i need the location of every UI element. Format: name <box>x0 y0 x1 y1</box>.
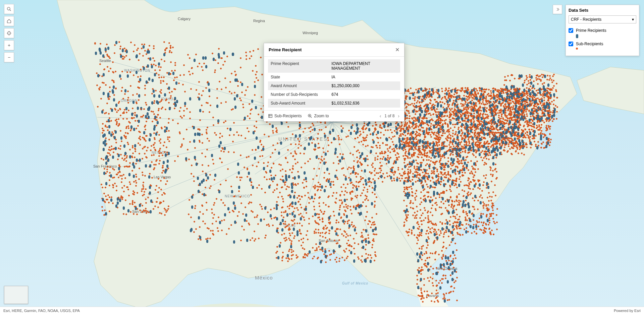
popup-row: Award Amount$1,250,000,000 <box>268 81 400 90</box>
svg-line-8 <box>255 122 332 174</box>
svg-point-22 <box>7 7 10 10</box>
svg-line-4 <box>158 122 332 214</box>
dataset-select[interactable]: CRF - Recipients ▾ <box>569 15 636 23</box>
label-us: UNITED STATES <box>278 136 328 142</box>
svg-line-21 <box>332 122 376 124</box>
svg-line-6 <box>208 122 332 151</box>
popup-title: Prime Recipient <box>269 47 302 52</box>
svg-rect-30 <box>269 114 272 117</box>
locate-button[interactable] <box>4 28 14 38</box>
svg-line-9 <box>302 122 332 218</box>
zoom-in-button[interactable]: + <box>4 40 14 50</box>
zoom-icon <box>308 114 312 118</box>
panel-title: Data Sets <box>569 8 636 13</box>
zoom-out-button[interactable]: − <box>4 52 14 62</box>
svg-point-25 <box>9 33 9 33</box>
pager-text: 1 of 8 <box>384 114 394 118</box>
sub-symbol <box>576 48 578 50</box>
label-gulf: Gulf of Mexico <box>342 281 368 285</box>
chevron-down-icon: ▾ <box>632 17 634 22</box>
layer-toggle-sub[interactable]: Sub-Recipients <box>569 42 636 46</box>
popup-row: Number of Sub-Recipients674 <box>268 90 400 99</box>
prime-checkbox[interactable] <box>569 28 573 33</box>
map-tools: + − <box>4 4 14 62</box>
map-root[interactable]: UNITED STATES México Gulf of Mexico Seat… <box>0 0 644 314</box>
attribution-bar: Esri, HERE, Garmin, FAO, NOAA, USGS, EPA… <box>0 307 644 314</box>
popup-attributes: Prime RecipientIOWA DEPARTMENT MANAGEMEN… <box>268 59 400 108</box>
svg-line-18 <box>319 122 332 181</box>
popup-row: Sub-Award Amount$1,032,532,636 <box>268 99 400 108</box>
svg-line-19 <box>285 122 332 158</box>
svg-line-12 <box>332 122 419 261</box>
svg-line-17 <box>332 122 389 168</box>
prime-symbol <box>576 34 578 38</box>
popup-row: StateIA <box>268 73 400 81</box>
pager-prev[interactable]: ‹ <box>379 113 382 119</box>
svg-line-23 <box>10 10 11 11</box>
svg-line-3 <box>144 122 332 198</box>
pager-next[interactable]: › <box>397 113 400 119</box>
subrecipients-action[interactable]: Sub-Recipients <box>268 114 302 118</box>
search-button[interactable] <box>4 4 14 14</box>
popup-row: Prime RecipientIOWA DEPARTMENT MANAGEMEN… <box>268 59 400 73</box>
svg-line-2 <box>117 122 332 168</box>
expand-panel-button[interactable] <box>553 5 562 14</box>
overview-map[interactable] <box>4 286 28 304</box>
attribution-esri[interactable]: Powered by Esri <box>614 309 641 313</box>
sub-checkbox[interactable] <box>569 42 573 46</box>
svg-line-36 <box>311 117 312 118</box>
zoom-to-action[interactable]: Zoom to <box>308 114 329 118</box>
label-mexico: México <box>255 275 273 280</box>
svg-line-14 <box>332 122 470 134</box>
layer-toggle-prime[interactable]: Prime Recipients <box>569 28 636 33</box>
popup-close-button[interactable]: ✕ <box>395 47 399 53</box>
svg-line-10 <box>332 122 369 235</box>
attribution-sources: Esri, HERE, Garmin, FAO, NOAA, USGS, EPA <box>3 309 80 313</box>
svg-line-5 <box>188 122 332 127</box>
popup-pager: ‹ 1 of 8 › <box>379 113 400 119</box>
home-button[interactable] <box>4 16 14 26</box>
datasets-panel: Data Sets CRF - Recipients ▾ Prime Recip… <box>566 5 639 56</box>
table-icon <box>268 114 273 118</box>
feature-popup: Prime Recipient ✕ Prime RecipientIOWA DE… <box>264 43 405 122</box>
